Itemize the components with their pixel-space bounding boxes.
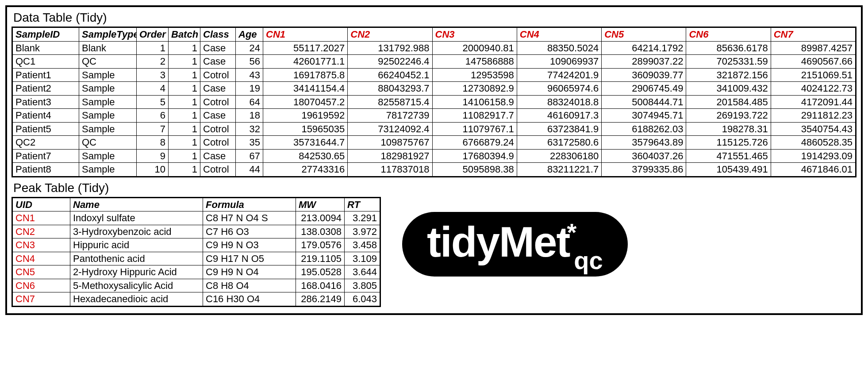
cell-cn6: 85636.6178 bbox=[686, 41, 771, 55]
cell-cn7: 4860528.35 bbox=[771, 136, 855, 150]
cell-cn3: 14106158.9 bbox=[432, 95, 517, 109]
cell-cn6: 105439.491 bbox=[686, 163, 771, 177]
cell-class: Case bbox=[200, 41, 236, 55]
data-table-title: Data Table (Tidy) bbox=[13, 11, 856, 25]
col-cn7: CN7 bbox=[771, 28, 855, 42]
cell-order: 5 bbox=[137, 95, 169, 109]
cell-cn5: 5008444.71 bbox=[602, 95, 686, 109]
cell-uid: CN2 bbox=[13, 225, 70, 238]
cell-age: 67 bbox=[236, 149, 263, 163]
peak-table-header-row: UID Name Formula MW RT bbox=[13, 198, 380, 211]
cell-order: 2 bbox=[137, 55, 169, 69]
cell-cn2: 117837018 bbox=[348, 163, 432, 177]
cell-batch: 1 bbox=[169, 41, 200, 55]
cell-cn7: 1914293.09 bbox=[771, 149, 855, 163]
table-row: Patient2Sample41Case1934141154.488043293… bbox=[13, 82, 856, 96]
cell-cn4: 63172580.6 bbox=[517, 136, 601, 150]
cell-cn7: 3540754.43 bbox=[771, 122, 855, 136]
cell-age: 18 bbox=[236, 109, 263, 123]
col-order: Order bbox=[137, 28, 169, 42]
cell-cn1: 34141154.4 bbox=[263, 82, 348, 96]
cell-cn6: 201584.485 bbox=[686, 95, 771, 109]
cell-class: Case bbox=[200, 55, 236, 69]
peak-table-body: CN1Indoxyl sulfateC8 H7 N O4 S213.00943.… bbox=[13, 211, 380, 306]
cell-class: Cotrol bbox=[200, 136, 236, 150]
data-table: SampleID SampleType Order Batch Class Ag… bbox=[12, 27, 856, 177]
cell-cn5: 3579643.89 bbox=[602, 136, 686, 150]
cell-cn2: 131792.988 bbox=[348, 41, 432, 55]
cell-age: 43 bbox=[236, 68, 263, 82]
cell-name: 5-Methoxysalicylic Acid bbox=[70, 279, 203, 292]
cell-cn4: 63723841.9 bbox=[517, 122, 601, 136]
cell-formula: C7 H6 O3 bbox=[203, 225, 296, 238]
table-row: BlankBlank11Case2455117.2027131792.98820… bbox=[13, 41, 856, 55]
cell-age: 64 bbox=[236, 95, 263, 109]
col-cn2: CN2 bbox=[348, 28, 432, 42]
cell-cn1: 16917875.8 bbox=[263, 68, 348, 82]
cell-batch: 1 bbox=[169, 95, 200, 109]
cell-order: 8 bbox=[137, 136, 169, 150]
cell-mw: 168.0416 bbox=[296, 279, 345, 292]
cell-rt: 3.805 bbox=[345, 279, 380, 292]
cell-order: 1 bbox=[137, 41, 169, 55]
cell-sampletype: Sample bbox=[79, 122, 137, 136]
cell-cn3: 5095898.38 bbox=[432, 163, 517, 177]
cell-sampleid: Blank bbox=[13, 41, 79, 55]
cell-formula: C9 H9 N O3 bbox=[203, 238, 296, 252]
cell-cn4: 77424201.9 bbox=[517, 68, 601, 82]
cell-rt: 6.043 bbox=[345, 292, 380, 306]
cell-batch: 1 bbox=[169, 68, 200, 82]
cell-cn2: 92502246.4 bbox=[348, 55, 432, 69]
col-formula: Formula bbox=[203, 198, 296, 211]
cell-batch: 1 bbox=[169, 109, 200, 123]
data-table-header-row: SampleID SampleType Order Batch Class Ag… bbox=[13, 28, 856, 42]
cell-name: 2-Hydroxy Hippuric Acid bbox=[70, 265, 203, 279]
cell-cn6: 341009.432 bbox=[686, 82, 771, 96]
cell-age: 44 bbox=[236, 163, 263, 177]
cell-order: 10 bbox=[137, 163, 169, 177]
cell-sampleid: Patient1 bbox=[13, 68, 79, 82]
peak-section: Peak Table (Tidy) UID Name Formula MW RT bbox=[12, 180, 381, 309]
cell-uid: CN5 bbox=[13, 265, 70, 279]
table-row: Patient3Sample51Cotrol6418070457.2825587… bbox=[13, 95, 856, 109]
peak-table-wrap: UID Name Formula MW RT CN1Indoxyl sulfat… bbox=[12, 197, 381, 307]
cell-batch: 1 bbox=[169, 163, 200, 177]
cell-cn5: 3609039.77 bbox=[602, 68, 686, 82]
col-uid: UID bbox=[13, 198, 70, 211]
cell-mw: 195.0528 bbox=[296, 265, 345, 279]
cell-cn4: 228306180 bbox=[517, 149, 601, 163]
table-row: CN1Indoxyl sulfateC8 H7 N O4 S213.00943.… bbox=[13, 211, 380, 225]
cell-cn7: 4172091.44 bbox=[771, 95, 855, 109]
cell-age: 56 bbox=[236, 55, 263, 69]
cell-batch: 1 bbox=[169, 149, 200, 163]
cell-batch: 1 bbox=[169, 55, 200, 69]
cell-sampletype: Sample bbox=[79, 95, 137, 109]
cell-class: Case bbox=[200, 109, 236, 123]
cell-cn6: 269193.722 bbox=[686, 109, 771, 123]
cell-cn5: 64214.1792 bbox=[602, 41, 686, 55]
cell-sampleid: QC1 bbox=[13, 55, 79, 69]
cell-cn2: 182981927 bbox=[348, 149, 432, 163]
cell-sampleid: Patient8 bbox=[13, 163, 79, 177]
cell-cn7: 4690567.66 bbox=[771, 55, 855, 69]
cell-name: 3-Hydroxybenzoic acid bbox=[70, 225, 203, 238]
cell-cn5: 3604037.26 bbox=[602, 149, 686, 163]
cell-rt: 3.972 bbox=[345, 225, 380, 238]
cell-cn7: 4024122.73 bbox=[771, 82, 855, 96]
cell-sampleid: Patient2 bbox=[13, 82, 79, 96]
cell-age: 24 bbox=[236, 41, 263, 55]
cell-cn4: 96065974.6 bbox=[517, 82, 601, 96]
cell-class: Cotrol bbox=[200, 122, 236, 136]
col-cn6: CN6 bbox=[686, 28, 771, 42]
cell-cn1: 19619592 bbox=[263, 109, 348, 123]
bottom-row: Peak Table (Tidy) UID Name Formula MW RT bbox=[12, 180, 856, 309]
cell-cn6: 198278.31 bbox=[686, 122, 771, 136]
cell-cn5: 3074945.71 bbox=[602, 109, 686, 123]
cell-cn3: 147586888 bbox=[432, 55, 517, 69]
cell-name: Hexadecanedioic acid bbox=[70, 292, 203, 306]
cell-age: 35 bbox=[236, 136, 263, 150]
table-row: Patient1Sample31Cotrol4316917875.8662404… bbox=[13, 68, 856, 82]
cell-cn6: 7025331.59 bbox=[686, 55, 771, 69]
table-row: Patient8Sample101Cotrol44277433161178370… bbox=[13, 163, 856, 177]
cell-name: Indoxyl sulfate bbox=[70, 211, 203, 225]
